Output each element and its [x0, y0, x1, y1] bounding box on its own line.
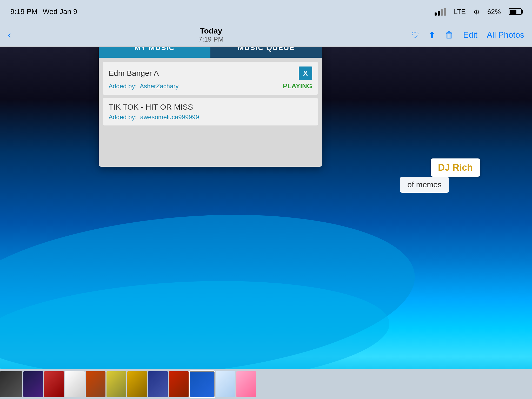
- wifi-icon: ⊕: [474, 8, 480, 16]
- thumbnail-2[interactable]: [23, 371, 43, 397]
- heart-icon[interactable]: ♡: [411, 30, 419, 40]
- modal-body: Edm Banger A X Added by: AsherZachary PL…: [99, 58, 322, 167]
- status-left: 9:19 PM Wed Jan 9: [10, 8, 77, 16]
- song-remove-button-1[interactable]: X: [299, 66, 312, 80]
- signal-bar-1: [435, 12, 437, 16]
- trash-icon[interactable]: 🗑: [445, 30, 454, 40]
- status-right: LTE ⊕ 62%: [435, 8, 522, 16]
- thumbnail-8[interactable]: [148, 371, 168, 397]
- thumbnail-12[interactable]: [236, 371, 256, 397]
- thumbnail-4[interactable]: [65, 371, 85, 397]
- date-display: Wed Jan 9: [43, 8, 77, 16]
- signal-bar-2: [438, 11, 440, 16]
- thumbnail-9[interactable]: [169, 371, 189, 397]
- context-label: of memes: [400, 177, 449, 193]
- thumbnail-1[interactable]: [0, 371, 22, 397]
- toolbar-subtitle: 7:19 PM: [198, 35, 224, 43]
- thumbnail-7[interactable]: [127, 371, 147, 397]
- battery-percent: 62%: [487, 8, 501, 16]
- signal-bar-4: [444, 8, 446, 16]
- lte-label: LTE: [454, 8, 466, 16]
- edit-button[interactable]: Edit: [463, 30, 477, 40]
- song-item-1-header: Edm Banger A X: [109, 66, 312, 80]
- toolbar-actions: ♡ ⬆ 🗑 Edit All Photos: [411, 30, 524, 40]
- song-item-2: TIK TOK - HIT OR MISS Added by: awesomel…: [103, 98, 318, 125]
- song-meta-2: Added by: awesomeluca999999: [109, 114, 312, 121]
- song-added-by-2: Added by: awesomeluca999999: [109, 114, 199, 121]
- toolbar: ‹ Today 7:19 PM ♡ ⬆ 🗑 Edit All Photos: [0, 23, 532, 47]
- song-meta-1: Added by: AsherZachary PLAYING: [109, 82, 312, 90]
- thumbnail-5[interactable]: [86, 371, 105, 397]
- song-added-by-1: Added by: AsherZachary: [109, 83, 179, 90]
- thumbnail-11[interactable]: [216, 371, 235, 397]
- toolbar-title: Today: [198, 26, 224, 35]
- dj-rich-label: DJ Rich: [431, 158, 480, 177]
- share-icon[interactable]: ⬆: [428, 30, 436, 40]
- song-status-1: PLAYING: [283, 82, 312, 90]
- song-name-1: Edm Banger A: [109, 69, 159, 78]
- back-button[interactable]: ‹: [8, 30, 11, 41]
- signal-bar-3: [441, 9, 443, 16]
- thumbnail-3[interactable]: [44, 371, 64, 397]
- thumbnail-strip: [0, 369, 532, 399]
- thumbnail-6[interactable]: [107, 371, 126, 397]
- toolbar-center: Today 7:19 PM: [198, 26, 224, 43]
- song-item-1: Edm Banger A X Added by: AsherZachary PL…: [103, 62, 318, 95]
- time-display: 9:19 PM: [10, 8, 37, 16]
- signal-bars-icon: [435, 8, 446, 16]
- song-name-2: TIK TOK - HIT OR MISS: [109, 103, 312, 111]
- all-photos-button[interactable]: All Photos: [487, 30, 524, 40]
- battery-icon: [509, 8, 522, 15]
- status-bar: 9:19 PM Wed Jan 9 LTE ⊕ 62%: [0, 0, 532, 23]
- thumbnail-10-selected[interactable]: [190, 371, 215, 397]
